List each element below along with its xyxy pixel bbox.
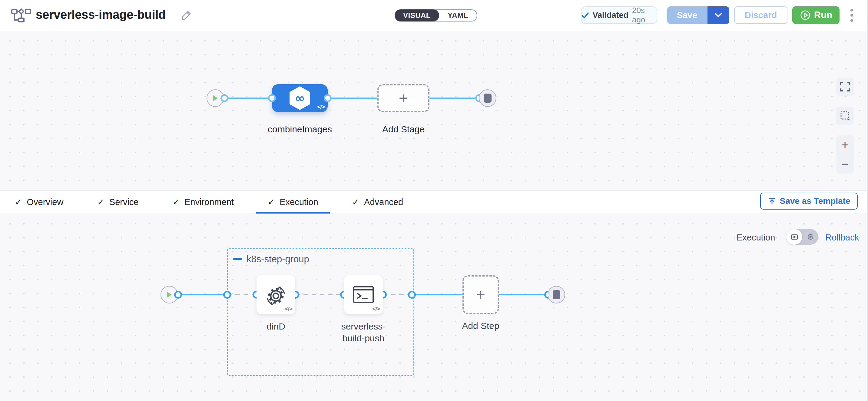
pipeline-graph-icon [11, 7, 31, 24]
rollback-circular-arrow-icon [806, 233, 815, 241]
step-label-dind[interactable]: dinD [246, 320, 306, 332]
connector-port [220, 94, 228, 102]
plus-icon: + [399, 90, 408, 106]
validated-time: 20s ago [632, 6, 657, 25]
code-badge-icon: </> [317, 103, 325, 110]
edit-title-pencil-icon[interactable] [181, 10, 192, 22]
save-as-template-button[interactable]: Save as Template [760, 193, 858, 210]
visual-yaml-toggle[interactable]: VISUAL YAML [395, 9, 477, 22]
terminal-run-icon [349, 280, 378, 309]
run-button[interactable]: Run [792, 6, 840, 24]
header-bar: serverless-image-build VISUAL YAML Valid… [0, 0, 868, 30]
code-badge-icon: </> [285, 306, 292, 312]
connector-port [408, 291, 416, 299]
plus-icon: + [476, 287, 485, 303]
validated-check-icon [582, 11, 589, 19]
toggle-visual[interactable]: VISUAL [395, 9, 439, 22]
rollback-link[interactable]: Rollback [825, 233, 859, 243]
tab-label: Advanced [364, 197, 403, 207]
tab-label: Overview [27, 197, 63, 207]
marquee-selection-icon [840, 111, 850, 121]
connector-line [178, 294, 227, 295]
connector-port [174, 291, 182, 299]
tab-execution[interactable]: ✓ Execution [268, 197, 318, 207]
discard-button[interactable]: Discard [734, 6, 787, 24]
zoom-controls: + − [836, 135, 854, 174]
tab-environment[interactable]: ✓ Environment [173, 197, 234, 207]
run-play-icon [800, 9, 811, 21]
save-split-button[interactable]: Save [667, 6, 729, 24]
tab-service[interactable]: ✓ Service [97, 197, 138, 207]
start-play-icon [166, 291, 172, 298]
zoom-out-button[interactable]: − [841, 158, 849, 171]
more-options-kebab-icon[interactable] [845, 7, 858, 23]
step-label-serverless-build-push[interactable]: serverless-build-push [333, 320, 394, 344]
tab-label: Environment [184, 197, 234, 207]
stage-graph-canvas[interactable]: ∞ </> combineImages + Add Stage [0, 31, 868, 190]
stage-config-tabbar: ✓ Overview ✓ Service ✓ Environment ✓ Exe… [0, 190, 868, 214]
save-button[interactable]: Save [667, 6, 707, 24]
add-step-label[interactable]: Add Step [451, 320, 511, 332]
stop-square-icon [484, 94, 492, 103]
step-node-dind[interactable]: </> [256, 275, 295, 314]
connector-line [328, 97, 377, 99]
rollback-segment[interactable] [802, 229, 818, 245]
validated-badge[interactable]: Validated 20s ago [581, 6, 657, 24]
tab-overview[interactable]: ✓ Overview [15, 197, 63, 207]
tab-label: Service [109, 197, 139, 207]
connector-line [224, 97, 272, 99]
execution-segment[interactable] [786, 229, 802, 245]
chevron-down-icon [714, 12, 722, 18]
connector-line-dashed [295, 294, 344, 295]
start-play-icon [212, 94, 218, 102]
add-step-button[interactable]: + [462, 275, 499, 314]
connector-line [430, 97, 479, 99]
check-icon: ✓ [97, 197, 104, 207]
connector-line [499, 294, 548, 295]
add-stage-button[interactable]: + [377, 84, 430, 112]
stage-type-icon: ∞ [288, 85, 311, 111]
connector-line-dashed [383, 294, 412, 295]
execution-mode-label: Execution [737, 233, 775, 243]
execution-rollback-toggle[interactable] [786, 229, 818, 245]
run-label: Run [814, 10, 832, 21]
connector-port [268, 94, 276, 102]
execution-end-node [548, 286, 565, 304]
execution-graph-canvas[interactable]: Execution Rollback k8s-step-group [0, 214, 868, 401]
toggle-yaml[interactable]: YAML [439, 10, 477, 21]
connector-port [324, 94, 332, 102]
pipeline-studio-page: serverless-image-build VISUAL YAML Valid… [0, 0, 868, 401]
upload-template-icon [768, 197, 776, 205]
stop-square-icon [553, 290, 560, 299]
connector-line-dashed [227, 294, 256, 295]
step-node-serverless-build-push[interactable]: </> [344, 275, 383, 314]
fullscreen-icon [840, 82, 850, 92]
fit-to-screen-button[interactable] [836, 78, 854, 96]
pipeline-end-node [479, 89, 496, 107]
marquee-select-button[interactable] [836, 106, 854, 125]
add-stage-label[interactable]: Add Stage [373, 124, 434, 134]
connector-line [412, 294, 462, 295]
docker-in-docker-gear-icon [261, 280, 290, 309]
stage-node-combineimages[interactable]: ∞ </> [272, 84, 328, 112]
validated-label: Validated [593, 10, 629, 20]
page-scrollbar[interactable] [867, 0, 868, 401]
zoom-in-button[interactable]: + [841, 139, 849, 151]
save-as-template-label: Save as Template [780, 196, 850, 206]
check-icon: ✓ [352, 197, 359, 207]
step-group-k8s[interactable] [227, 248, 414, 376]
step-group-name[interactable]: k8s-step-group [247, 254, 309, 265]
pipeline-title: serverless-image-build [36, 8, 166, 22]
execution-play-box-icon [790, 233, 799, 241]
code-badge-icon: </> [373, 306, 380, 312]
check-icon: ✓ [15, 197, 22, 207]
collapse-group-minus-icon[interactable] [233, 258, 242, 260]
link-icon: ∞ [288, 85, 311, 111]
stage-label[interactable]: combineImages [260, 124, 339, 134]
tab-label: Execution [280, 197, 318, 207]
save-dropdown-button[interactable] [707, 6, 729, 24]
check-icon: ✓ [268, 197, 275, 207]
tab-advanced[interactable]: ✓ Advanced [352, 197, 403, 207]
connector-port [223, 291, 231, 299]
check-icon: ✓ [173, 197, 180, 207]
